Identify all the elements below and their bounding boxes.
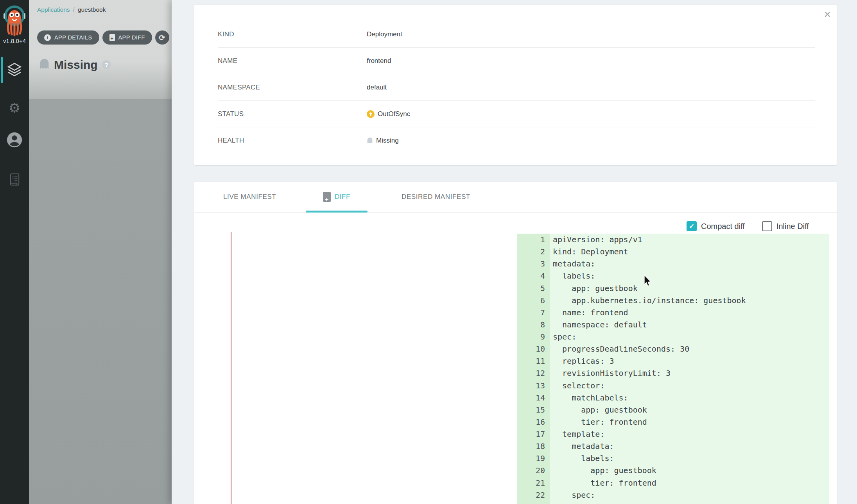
diff-line-number: 17 [517, 428, 550, 440]
diff-line-number: 8 [517, 319, 550, 331]
diff-line: 9spec: [517, 331, 829, 343]
diff-line-text: progressDeadlineSeconds: 30 [550, 343, 689, 355]
file-diff-icon: + [109, 34, 115, 41]
diff-line-text: metadata: [550, 258, 595, 270]
resource-panel: ✕ KIND Deployment NAME frontend NAMESPAC… [172, 0, 857, 504]
summary-row-status: STATUS OutOfSync [218, 101, 815, 127]
diff-line: 18 metadata: [517, 440, 829, 452]
diff-added-pane: 1apiVersion: apps/v12kind: Deployment3me… [517, 234, 829, 504]
breadcrumb: Applications / guestbook [37, 6, 106, 13]
resource-summary-card: ✕ KIND Deployment NAME frontend NAMESPAC… [194, 5, 837, 165]
diff-line: 3metadata: [517, 258, 829, 270]
diff-line-text: app.kubernetes.io/instance: guestbook [550, 295, 746, 307]
sidebar-item-docs[interactable] [0, 170, 29, 191]
diff-line-number: 6 [517, 295, 550, 307]
summary-label: KIND [218, 30, 367, 38]
summary-value: default [367, 84, 387, 91]
diff-line-number: 5 [517, 282, 550, 295]
diff-line: 12 revisionHistoryLimit: 3 [517, 367, 829, 379]
diff-line-text: spec: [550, 331, 576, 343]
breadcrumb-applications-link[interactable]: Applications [37, 6, 70, 13]
tab-live-manifest[interactable]: LIVE MANIFEST [223, 182, 276, 212]
diff-line: 10 progressDeadlineSeconds: 30 [517, 343, 829, 355]
sidebar-item-settings[interactable]: ⚙ [0, 97, 29, 119]
summary-rows: KIND Deployment NAME frontend NAMESPACE … [218, 21, 815, 154]
diff-line-text: selector: [550, 380, 604, 392]
diff-line-number: 1 [517, 234, 550, 246]
diff-line-text: matchLabels: [550, 392, 628, 404]
diff-line-text: labels: [550, 452, 614, 465]
diff-line-text: app: guestbook [550, 282, 638, 295]
summary-value: Deployment [367, 30, 402, 38]
app-details-button[interactable]: i APP DETAILS [37, 30, 99, 45]
diff-line-text: revisionHistoryLimit: 3 [550, 367, 671, 379]
sidebar-item-applications[interactable] [0, 59, 29, 81]
summary-row-health: HEALTH Missing [218, 127, 815, 154]
diff-line: 8 namespace: default [517, 319, 829, 331]
summary-row-name: NAME frontend [218, 48, 815, 74]
diff-line: 11 replicas: 3 [517, 355, 829, 367]
breadcrumb-separator: / [73, 6, 75, 13]
diff-line-number: 16 [517, 416, 550, 428]
inline-diff-checkbox[interactable] [762, 221, 772, 231]
summary-value: frontend [367, 57, 391, 65]
summary-label: NAMESPACE [218, 84, 367, 91]
tab-label: DESIRED MANIFEST [402, 193, 470, 201]
diff-line-text: labels: [550, 270, 595, 282]
diff-line: 13 selector: [517, 380, 829, 392]
app-page-content-dimmed [29, 99, 172, 504]
version-label: v1.8.0+4 [0, 38, 29, 44]
diff-line: 14 matchLabels: [517, 392, 829, 404]
sync-out-of-sync-icon [367, 110, 375, 118]
summary-row-namespace: NAMESPACE default [218, 74, 815, 101]
summary-value: Missing [367, 137, 399, 145]
diff-line-number: 14 [517, 392, 550, 404]
tab-desired-manifest[interactable]: DESIRED MANIFEST [402, 182, 470, 212]
diff-line: 20 app: guestbook [517, 465, 829, 477]
nav-sidebar: v1.8.0+4 ⚙ [0, 0, 29, 504]
argo-logo [0, 4, 29, 38]
diff-line: 1apiVersion: apps/v1 [517, 234, 829, 246]
app-page-background: Applications / guestbook i APP DETAILS +… [29, 0, 172, 504]
compact-diff-checkbox[interactable] [687, 221, 697, 231]
diff-line: 21 tier: frontend [517, 477, 829, 489]
refresh-button[interactable]: ⟳ [155, 30, 169, 45]
app-health-heading: Missing ? [39, 58, 111, 71]
diff-line-number: 18 [517, 440, 550, 452]
active-tab-underline [306, 211, 368, 213]
diff-deleted-marker [231, 232, 231, 504]
diff-line-number: 12 [517, 367, 550, 379]
diff-line: 22 spec: [517, 489, 829, 501]
diff-line-number: 4 [517, 270, 550, 282]
diff-line-text: app: guestbook [550, 465, 656, 477]
tab-label: LIVE MANIFEST [223, 193, 276, 201]
app-diff-label: APP DIFF [118, 34, 145, 41]
refresh-icon: ⟳ [159, 33, 165, 42]
diff-line: 17 template: [517, 428, 829, 440]
diff-line-number: 20 [517, 465, 550, 477]
breadcrumb-current: guestbook [78, 6, 106, 13]
help-icon[interactable]: ? [102, 60, 111, 69]
diff-line-number: 10 [517, 343, 550, 355]
diff-line-text: metadata: [550, 440, 614, 452]
sidebar-item-user[interactable] [0, 130, 29, 152]
diff-line-number: 9 [517, 331, 550, 343]
diff-line: 2kind: Deployment [517, 246, 829, 258]
diff-line-text: namespace: default [550, 319, 647, 331]
diff-line-number: 3 [517, 258, 550, 270]
diff-line-text: tier: frontend [550, 477, 656, 489]
diff-line: 16 tier: frontend [517, 416, 829, 428]
app-diff-button[interactable]: + APP DIFF [102, 30, 152, 45]
diff-line-number: 15 [517, 404, 550, 416]
diff-line: 4 labels: [517, 270, 829, 282]
user-icon [5, 131, 23, 150]
manifest-card: LIVE MANIFEST + DIFF DESIRED MANIFEST Co… [194, 182, 837, 504]
sync-status-text: OutOfSync [378, 110, 410, 118]
tab-diff[interactable]: + DIFF [306, 182, 368, 212]
health-status-text: Missing [376, 137, 399, 145]
inline-diff-label: Inline Diff [776, 222, 809, 231]
compact-diff-label: Compact diff [701, 222, 745, 231]
diff-line-text: app: guestbook [550, 404, 647, 416]
diff-line-number: 11 [517, 355, 550, 367]
close-icon[interactable]: ✕ [824, 10, 831, 19]
